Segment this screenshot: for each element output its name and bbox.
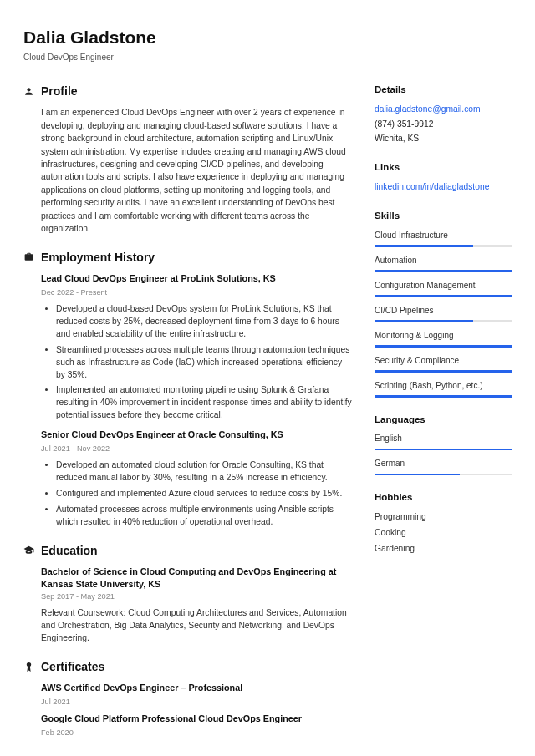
job-date: Jul 2021 - Nov 2022 bbox=[41, 444, 353, 454]
skill-item: Scripting (Bash, Python, etc.) bbox=[374, 380, 512, 398]
section-heading: Employment History bbox=[41, 249, 155, 266]
bullet: Streamlined processes across multiple te… bbox=[56, 344, 353, 382]
profile-text: I am an experienced Cloud DevOps Enginee… bbox=[23, 106, 353, 235]
side-heading: Skills bbox=[374, 209, 512, 223]
job-item: Lead Cloud DevOps Engineer at ProLink So… bbox=[23, 272, 353, 422]
skill-name: German bbox=[374, 458, 512, 470]
bullet: Developed a cloud-based DevOps system fo… bbox=[56, 303, 353, 341]
skill-bar bbox=[374, 370, 512, 373]
bullet: Implemented an automated monitoring pipe… bbox=[56, 384, 353, 422]
languages-block: Languages EnglishGerman bbox=[374, 413, 512, 476]
section-heading: Profile bbox=[41, 83, 78, 99]
skill-name: CI/CD Pipelines bbox=[374, 305, 512, 317]
award-icon bbox=[23, 662, 34, 672]
education-date: Sep 2017 - May 2021 bbox=[41, 591, 353, 602]
hobby-item: Cooking bbox=[374, 527, 512, 540]
skill-item: Automation bbox=[374, 255, 512, 272]
bullet: Developed an automated cloud solution fo… bbox=[56, 459, 353, 485]
side-heading: Hobbies bbox=[374, 490, 512, 505]
skill-bar bbox=[374, 245, 512, 247]
skill-bar bbox=[374, 320, 512, 322]
job-date: Dec 2022 - Present bbox=[41, 287, 353, 298]
skills-block: Skills Cloud InfrastructureAutomationCon… bbox=[374, 209, 512, 398]
skill-item: Cloud Infrastructure bbox=[374, 230, 512, 247]
education-section: Education Bachelor of Science in Cloud C… bbox=[23, 542, 353, 645]
side-heading: Links bbox=[374, 160, 512, 175]
skill-bar bbox=[374, 449, 512, 451]
skill-item: Security & Compliance bbox=[374, 355, 512, 373]
education-title: Bachelor of Science in Cloud Computing a… bbox=[41, 566, 353, 590]
education-text: Relevant Coursework: Cloud Computing Arc… bbox=[41, 606, 353, 645]
bullet: Configured and implemented Azure cloud s… bbox=[56, 488, 353, 500]
job-title: Senior Cloud DevOps Engineer at Oracle C… bbox=[41, 429, 353, 442]
skill-bar bbox=[374, 395, 512, 398]
certificate-item: Google Cloud Platform Professional Cloud… bbox=[23, 713, 353, 738]
side-heading: Languages bbox=[374, 413, 512, 427]
job-bullets: Developed a cloud-based DevOps system fo… bbox=[41, 303, 353, 422]
skill-name: Automation bbox=[374, 255, 512, 267]
cert-date: Feb 2020 bbox=[41, 728, 353, 738]
skill-bar bbox=[374, 270, 512, 272]
hobbies-block: Hobbies ProgrammingCookingGardening bbox=[374, 490, 512, 555]
employment-section: Employment History Lead Cloud DevOps Eng… bbox=[23, 249, 353, 529]
skill-item: German bbox=[374, 458, 512, 475]
job-bullets: Developed an automated cloud solution fo… bbox=[41, 459, 353, 529]
job-item: Senior Cloud DevOps Engineer at Oracle C… bbox=[23, 429, 353, 529]
email-link[interactable]: dalia.gladstone@gmail.com bbox=[374, 104, 512, 116]
skill-item: Configuration Management bbox=[374, 280, 512, 297]
skill-bar bbox=[374, 474, 512, 476]
cert-title: AWS Certified DevOps Engineer – Professi… bbox=[41, 682, 353, 695]
cert-date: Jul 2021 bbox=[41, 697, 353, 708]
phone: (874) 351-9912 bbox=[374, 119, 512, 131]
section-heading: Certificates bbox=[41, 658, 104, 675]
title: Cloud DevOps Engineer bbox=[23, 52, 512, 64]
skill-item: English bbox=[374, 433, 512, 450]
header: Dalia Gladstone Cloud DevOps Engineer bbox=[23, 25, 512, 64]
side-heading: Details bbox=[374, 83, 512, 97]
skill-name: Cloud Infrastructure bbox=[374, 230, 512, 242]
job-title: Lead Cloud DevOps Engineer at ProLink So… bbox=[41, 272, 353, 286]
location: Wichita, KS bbox=[374, 133, 512, 145]
certificates-section: Certificates AWS Certified DevOps Engine… bbox=[23, 658, 353, 738]
linkedin-link[interactable]: linkedin.com/in/daliagladstone bbox=[374, 181, 512, 194]
skill-bar bbox=[374, 295, 512, 297]
graduation-icon bbox=[23, 545, 34, 556]
sidebar: Details dalia.gladstone@gmail.com (874) … bbox=[374, 83, 512, 752]
profile-section: Profile I am an experienced Cloud DevOps… bbox=[23, 83, 353, 236]
skill-bar bbox=[374, 345, 512, 348]
skill-item: Monitoring & Logging bbox=[374, 330, 512, 348]
skill-name: Scripting (Bash, Python, etc.) bbox=[374, 380, 512, 393]
certificate-item: AWS Certified DevOps Engineer – Professi… bbox=[23, 682, 353, 708]
links-block: Links linkedin.com/in/daliagladstone bbox=[374, 160, 512, 194]
main-column: Profile I am an experienced Cloud DevOps… bbox=[23, 83, 353, 752]
hobby-item: Programming bbox=[374, 511, 512, 524]
skill-name: Security & Compliance bbox=[374, 355, 512, 368]
person-icon bbox=[23, 86, 34, 97]
cert-title: Google Cloud Platform Professional Cloud… bbox=[41, 713, 353, 726]
details-block: Details dalia.gladstone@gmail.com (874) … bbox=[374, 83, 512, 145]
section-heading: Education bbox=[41, 542, 98, 559]
skill-item: CI/CD Pipelines bbox=[374, 305, 512, 322]
name: Dalia Gladstone bbox=[23, 25, 512, 50]
skill-name: Configuration Management bbox=[374, 280, 512, 292]
skill-name: Monitoring & Logging bbox=[374, 330, 512, 342]
briefcase-icon bbox=[23, 251, 34, 262]
skill-name: English bbox=[374, 433, 512, 445]
hobby-item: Gardening bbox=[374, 543, 512, 556]
bullet: Automated processes across multiple envi… bbox=[56, 504, 353, 529]
